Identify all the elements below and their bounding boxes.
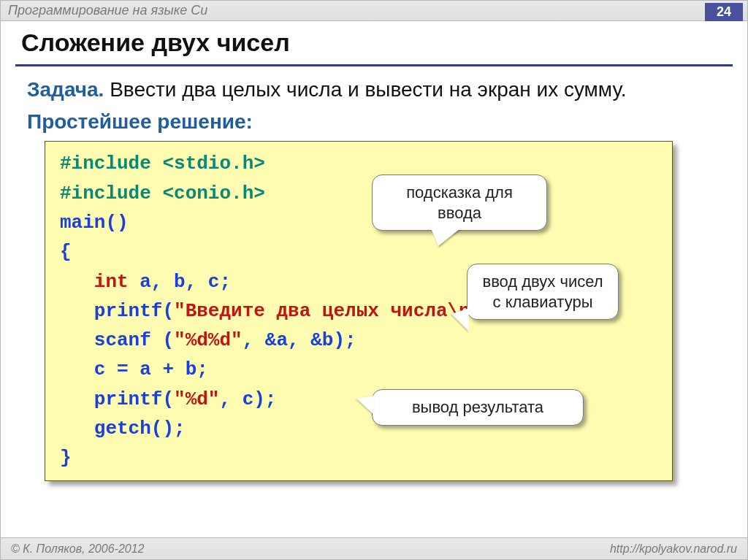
callout-hint-input: подсказка для ввода bbox=[372, 174, 547, 231]
heading-area: Сложение двух чисел bbox=[1, 21, 747, 61]
top-bar: Программирование на языке Си 24 bbox=[1, 1, 747, 21]
solution-label: Простейшее решение: bbox=[27, 110, 721, 134]
callout-text: вывод результата bbox=[412, 398, 543, 416]
code-line: { bbox=[60, 237, 657, 266]
callout-output-result: вывод результата bbox=[372, 389, 584, 426]
body: Задача. Ввести два целых числа и вывести… bbox=[1, 66, 747, 537]
callout-tail-icon bbox=[356, 396, 374, 415]
task-label: Задача. bbox=[27, 78, 104, 101]
code-line: } bbox=[60, 443, 657, 472]
code-line: #include <stdio.h> bbox=[60, 149, 657, 178]
page-number: 24 bbox=[705, 3, 743, 21]
code-line: scanf ("%d%d", &a, &b); bbox=[60, 326, 657, 355]
deck-title: Программирование на языке Си bbox=[8, 3, 207, 18]
callout-input-two-numbers: ввод двух чисел с клавиатуры bbox=[467, 264, 619, 320]
code-region: #include <stdio.h> #include <conio.h> ma… bbox=[45, 141, 714, 480]
task-text: Ввести два целых числа и вывести на экра… bbox=[104, 78, 626, 101]
slide: Программирование на языке Си 24 Сложение… bbox=[0, 0, 748, 560]
task-paragraph: Задача. Ввести два целых числа и вывести… bbox=[27, 77, 721, 103]
callout-text: ввод двух чисел с клавиатуры bbox=[482, 272, 603, 311]
callout-tail-icon bbox=[431, 229, 460, 246]
callout-tail-icon bbox=[451, 308, 469, 331]
code-line: c = a + b; bbox=[60, 355, 657, 384]
footer-url: http://kpolyakov.narod.ru bbox=[610, 542, 737, 556]
copyright: © К. Поляков, 2006-2012 bbox=[11, 542, 144, 556]
code-line: main() bbox=[60, 208, 657, 237]
callout-text: подсказка для ввода bbox=[406, 183, 513, 222]
code-line: #include <conio.h> bbox=[60, 179, 657, 208]
slide-title: Сложение двух чисел bbox=[21, 28, 727, 57]
footer: © К. Поляков, 2006-2012 http://kpolyakov… bbox=[1, 537, 747, 559]
